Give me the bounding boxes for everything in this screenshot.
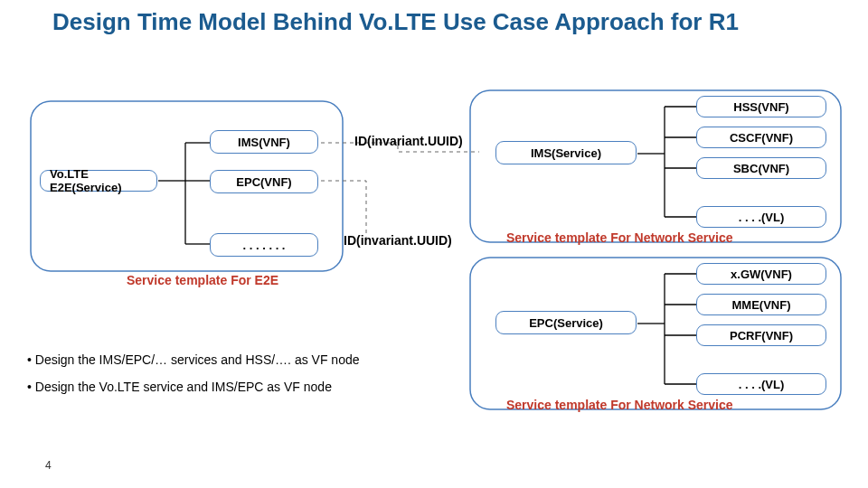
label-id-invariant-uuid-2: ID(invariant.UUID) <box>344 233 452 248</box>
node-cscf-vnf: CSCF(VNF) <box>696 127 826 148</box>
bullet-2: • Design the Vo.LTE service and IMS/EPC … <box>27 380 360 394</box>
label-service-template-network-ims: Service template For Network Service <box>506 230 733 245</box>
page-title: Design Time Model Behind Vo.LTE Use Case… <box>52 9 814 36</box>
bullet-1: • Design the IMS/EPC/… services and HSS/… <box>27 352 360 367</box>
page-number: 4 <box>45 459 52 472</box>
node-epc-service: EPC(Service) <box>495 311 637 334</box>
node-pcrf-vnf: PCRF(VNF) <box>696 324 826 346</box>
node-hss-vnf: HSS(VNF) <box>696 96 826 117</box>
node-ims-vl: . . . .(VL) <box>696 206 826 228</box>
node-xgw-vnf: x.GW(VNF) <box>696 263 826 285</box>
label-service-template-network-epc: Service template For Network Service <box>506 398 733 412</box>
node-ims-service: IMS(Service) <box>495 141 637 164</box>
node-epc-vl: . . . .(VL) <box>696 373 826 395</box>
bullet-list: • Design the IMS/EPC/… services and HSS/… <box>27 352 360 407</box>
spacer-ims <box>696 176 826 198</box>
node-mme-vnf: MME(VNF) <box>696 294 826 315</box>
label-id-invariant-uuid-1: ID(invariant.UUID) <box>354 134 463 148</box>
node-more-dots: . . . . . . . <box>210 233 318 257</box>
node-ims-vnf: IMS(VNF) <box>210 130 318 154</box>
label-service-template-e2e: Service template For E2E <box>127 273 278 287</box>
node-volte-e2e-service: Vo.LTE E2E(Service) <box>40 170 157 192</box>
node-epc-vnf: EPC(VNF) <box>210 170 318 193</box>
